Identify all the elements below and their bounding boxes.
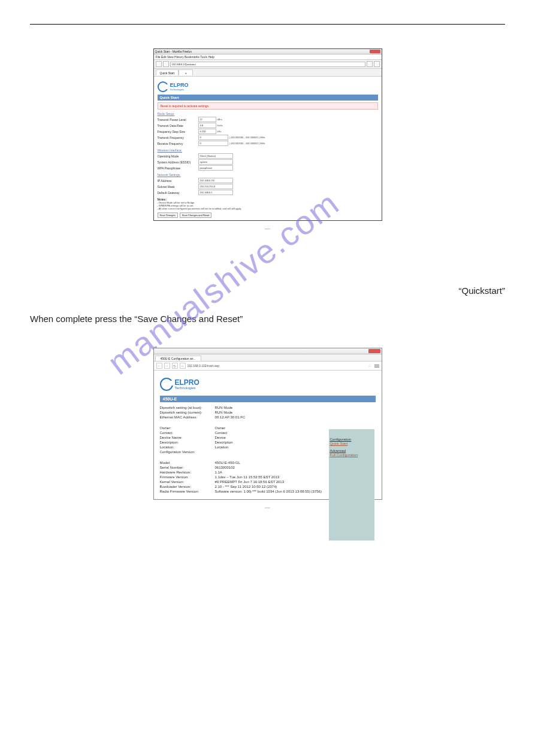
info-key: Description:	[160, 441, 215, 444]
opmode-select[interactable]: Client (Station)	[198, 153, 233, 159]
back-icon[interactable]: ←	[156, 363, 162, 369]
info-key: Owner:	[160, 426, 215, 430]
new-tab-icon[interactable]: +	[179, 69, 193, 75]
screenshot-quickstart: Quick Start - Mozilla Firefox File Edit …	[153, 48, 382, 221]
ip-input[interactable]: 192.168.0.1N	[198, 178, 233, 183]
nav-fullconfig-link[interactable]: Full Configuration	[330, 453, 371, 457]
info-val: 2.10 - *** Sep 11 2012 10:50:12 (2374)	[215, 485, 277, 488]
section-radio[interactable]: Radio Setup:	[158, 112, 378, 116]
forward-icon[interactable]	[163, 61, 169, 67]
opmode-label: Operating Mode	[158, 154, 198, 158]
info-val: Contact	[215, 431, 228, 435]
address-input[interactable]: 192.168.0.1/Quickstart	[170, 62, 365, 67]
info-key: Bootloader Version:	[160, 485, 215, 488]
back-icon[interactable]	[156, 61, 162, 67]
section-network[interactable]: Network Settings:	[158, 173, 378, 177]
gw-input[interactable]: 192.168.0.1	[198, 190, 233, 195]
close-icon[interactable]	[368, 349, 380, 353]
side-nav: Configuration Quick Start Advanced Full …	[330, 438, 371, 460]
info-key: Kernel Version:	[160, 480, 215, 484]
info-key: Contact:	[160, 431, 215, 435]
info-key: Location:	[160, 445, 215, 449]
close-icon[interactable]	[370, 50, 380, 53]
rxfreq-input[interactable]: 0	[198, 141, 228, 146]
logo-mark-icon	[160, 378, 173, 391]
home-icon[interactable]	[374, 61, 380, 67]
page-title-bar: Quick Start	[158, 95, 378, 101]
figure-dash: —	[30, 226, 505, 232]
info-val: Software version: 1.00j *** build 1034 (…	[215, 490, 322, 493]
txfreq-label: Transmit Frequency	[158, 136, 198, 139]
window-title: Quick Start - Mozilla Firefox	[155, 50, 192, 53]
info-val: Owner	[215, 426, 226, 430]
browser-tab[interactable]: Quick Start	[156, 69, 179, 75]
mask-label: Subnet Mask	[158, 185, 198, 189]
forward-icon[interactable]: →	[164, 363, 170, 369]
info-val: RUN Mode	[215, 406, 233, 409]
address-bar-row: ← → ↻ ⌂ 192.168.0.102/main.asp ☆	[154, 362, 382, 371]
gw-label: Default Gateway	[158, 191, 198, 195]
info-val: 450U-E-450-GL	[215, 461, 240, 464]
browser-tabs: 450U-E Configuration an...	[154, 354, 382, 362]
brand-logo: ELPRO Technologies	[158, 79, 378, 95]
info-key: Ethernet MAC Address:	[160, 415, 215, 419]
page-body: ELPRO Technologies 450U-E Dipswitch sett…	[154, 371, 382, 499]
page-body: ELPRO Technologies Quick Start Reset is …	[154, 77, 382, 220]
browser-menu[interactable]: File Edit View History Bookmarks Tools H…	[154, 54, 382, 60]
info-key: Hardware Revision:	[160, 470, 215, 474]
page-rule	[30, 24, 505, 25]
rxfreq-label: Receive Frequency	[158, 142, 198, 145]
logo-subtext: Technologies	[170, 88, 189, 91]
mask-input[interactable]: 255.255.255.0	[198, 184, 233, 189]
notes-block: Notes: - Device Mode will be set to Brid…	[158, 198, 378, 210]
stepsize-label: Frequency Step Size	[158, 130, 198, 133]
txfreq-input[interactable]: 0	[198, 135, 228, 140]
info-val: 1.1dev – Tue Jun 11 15:52:55 EST 2013	[215, 475, 280, 479]
save-button[interactable]: Save Changes	[158, 212, 178, 218]
info-key: Serial Number:	[160, 466, 215, 469]
url-text: 192.168.0.1/Quickstart	[172, 63, 196, 66]
info-val: 00:12:AF:30:01:FC	[215, 415, 246, 419]
essid-input[interactable]: system	[198, 159, 233, 165]
logo-text: ELPRO	[170, 83, 189, 88]
browser-tab[interactable]: 450U-E Configuration an...	[155, 356, 201, 361]
window-titlebar: Quick Start - Mozilla Firefox	[154, 49, 382, 54]
logo-text: ELPRO	[175, 379, 200, 386]
info-val: Device	[215, 436, 226, 439]
info-key: Firmware Version:	[160, 475, 215, 479]
datarate-input[interactable]: 4.8	[198, 123, 216, 128]
info-key: Radio Firmware Version:	[160, 490, 215, 493]
txpower-label: Transmit Power Level	[158, 118, 198, 122]
nav-heading: Advanced	[330, 449, 346, 453]
txpower-input[interactable]: 27	[198, 117, 216, 122]
info-key: Dipswitch setting (at boot):	[160, 406, 215, 409]
info-val: Description	[215, 441, 233, 444]
info-val: Location	[215, 445, 229, 449]
info-val: RUN Mode	[215, 411, 233, 414]
note-line: - All other current configured parameter…	[158, 207, 378, 210]
reload-icon[interactable]: ↻	[172, 363, 178, 369]
section-wireless[interactable]: Wireless Interface:	[158, 148, 378, 152]
page-title-bar: 450U-E	[160, 396, 376, 402]
menu-icon[interactable]	[374, 365, 379, 368]
home-icon[interactable]: ⌂	[180, 363, 186, 369]
doc-quickstart-line: “Quickstart”	[30, 286, 505, 296]
window-titlebar	[154, 348, 382, 354]
info-key: Device Name:	[160, 436, 215, 439]
url-text[interactable]: 192.168.0.102/main.asp	[188, 364, 366, 368]
bookmark-star-icon[interactable]: ☆	[368, 363, 373, 368]
info-val: #9 PREEMPT Fri Jun 7 16:18:56 EST 2013	[215, 480, 285, 484]
wpa-input[interactable]: passphrase	[198, 165, 233, 171]
save-reset-button[interactable]: Save Changes and Reset	[180, 212, 212, 218]
figure-dash: —	[30, 505, 505, 511]
nav-quickstart-link[interactable]: Quick Start	[330, 442, 371, 445]
browser-tabs: Quick Start +	[154, 69, 382, 77]
info-val: 0613000102	[215, 466, 235, 469]
stepsize-input[interactable]: 6.250	[198, 129, 216, 134]
nav-heading: Configuration	[330, 438, 352, 441]
essid-label: System Address (ESSID)	[158, 160, 198, 164]
info-key: Model:	[160, 461, 215, 464]
reset-alert: Reset is required to activate settings.	[158, 102, 378, 110]
screenshot-home: 450U-E Configuration an... ← → ↻ ⌂ 192.1…	[153, 348, 382, 500]
reload-icon[interactable]	[367, 61, 373, 67]
